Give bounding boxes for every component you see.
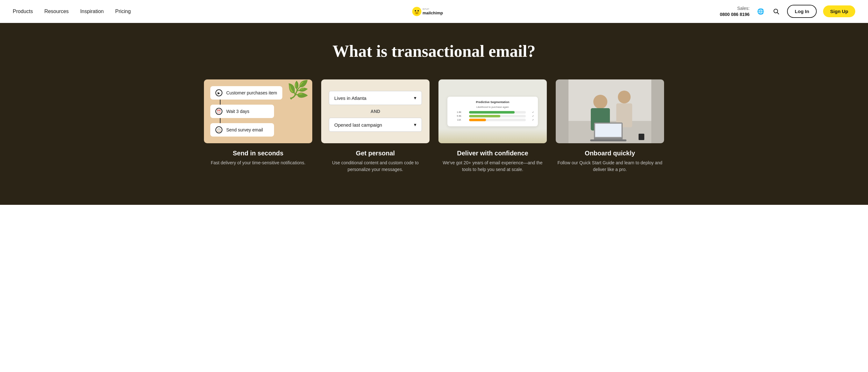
card-get-personal: Lives in Atlanta ▾ AND Opened last campa… bbox=[321, 80, 430, 173]
workflow-step-1: ▶ Customer purchases item bbox=[210, 86, 282, 99]
features-cards: 🌿 ▶ Customer purchases item ⏰ Wait 3 day… bbox=[19, 80, 849, 173]
card-onboard-desc: Follow our Quick Start Guide and learn t… bbox=[556, 160, 664, 173]
card-onboard-heading: Onboard quickly bbox=[556, 150, 664, 157]
card-personal-heading: Get personal bbox=[321, 150, 430, 157]
svg-line-7 bbox=[777, 12, 779, 14]
card-personal-desc: Use conditional content and custom code … bbox=[321, 160, 430, 173]
workflow-connector-1 bbox=[220, 99, 220, 105]
dash-title: Predictive Segmentation bbox=[451, 101, 534, 104]
clock-icon: ⏰ bbox=[215, 108, 222, 115]
workflow-step-3: 📋 Send survey email bbox=[210, 123, 274, 137]
dash-bar-fill-3 bbox=[469, 119, 486, 121]
dash-bar-label-3: 11K bbox=[451, 119, 467, 121]
hero-section: What is transactional email? 🌿 ▶ Custome… bbox=[0, 23, 868, 205]
dash-bar-track-3 bbox=[469, 119, 526, 121]
dash-bar-row-2: 5.5K ✓ bbox=[451, 115, 534, 117]
workflow-connector-2 bbox=[220, 118, 220, 123]
nav-products[interactable]: Products bbox=[13, 9, 33, 15]
dash-subtitle: Likelihood to purchase again bbox=[451, 106, 534, 109]
workflow-step-2: ⏰ Wait 3 days bbox=[210, 105, 274, 118]
dash-bar-track-1 bbox=[469, 111, 526, 114]
card-deliver-desc: We've got 20+ years of email experience—… bbox=[438, 160, 547, 173]
card-onboard-quickly: Onboard quickly Follow our Quick Start G… bbox=[556, 80, 664, 173]
svg-text:mailchimp: mailchimp bbox=[423, 10, 443, 15]
svg-point-3 bbox=[417, 10, 419, 11]
dash-bar-row-1: 1.6K ✓ bbox=[451, 111, 534, 114]
play-icon: ▶ bbox=[215, 89, 222, 96]
card-send-desc: Fast delivery of your time-sensitive not… bbox=[204, 160, 312, 166]
logo[interactable]: INTUIT mailchimp bbox=[411, 6, 457, 17]
dash-bar-label-2: 5.5K bbox=[451, 115, 467, 117]
segment-dropdown-2[interactable]: Opened last campaign ▾ bbox=[329, 118, 422, 132]
segment-dropdown-1[interactable]: Lives in Atlanta ▾ bbox=[329, 91, 422, 105]
card-people-image bbox=[556, 80, 664, 143]
svg-rect-18 bbox=[639, 134, 644, 140]
svg-point-2 bbox=[415, 10, 416, 11]
segment-and-label: AND bbox=[371, 109, 380, 114]
card-send-seconds: 🌿 ▶ Customer purchases item ⏰ Wait 3 day… bbox=[204, 80, 312, 173]
card-send-heading: Send in seconds bbox=[204, 150, 312, 157]
svg-point-10 bbox=[593, 95, 607, 109]
card-deliver-confidence: Predictive Segmentation Likelihood to pu… bbox=[438, 80, 547, 173]
dashboard-mock: Predictive Segmentation Likelihood to pu… bbox=[447, 97, 538, 126]
signup-button[interactable]: Sign Up bbox=[823, 5, 855, 17]
sales-info: Sales: 0800 086 8196 bbox=[720, 5, 749, 17]
search-icon[interactable] bbox=[772, 7, 781, 16]
dash-bar-val-2: ✓ bbox=[528, 115, 534, 117]
navbar: Products Resources Inspiration Pricing I… bbox=[0, 0, 868, 23]
svg-point-6 bbox=[774, 9, 778, 13]
nav-resources[interactable]: Resources bbox=[44, 9, 68, 15]
dash-bar-val-3: ✓ bbox=[528, 119, 534, 121]
nav-left: Products Resources Inspiration Pricing bbox=[13, 9, 131, 15]
sales-label: Sales: bbox=[720, 5, 749, 11]
globe-icon[interactable]: 🌐 bbox=[756, 7, 765, 16]
svg-rect-16 bbox=[590, 139, 626, 141]
chevron-down-icon: ▾ bbox=[414, 95, 416, 101]
svg-rect-17 bbox=[595, 124, 621, 137]
card-segments-image: Lives in Atlanta ▾ AND Opened last campa… bbox=[321, 80, 430, 143]
dash-bar-track-2 bbox=[469, 115, 526, 117]
login-button[interactable]: Log In bbox=[787, 5, 817, 18]
nav-inspiration[interactable]: Inspiration bbox=[80, 9, 104, 15]
hero-title: What is transactional email? bbox=[19, 42, 849, 60]
dash-bar-row-3: 11K ✓ bbox=[451, 119, 534, 121]
svg-text:INTUIT: INTUIT bbox=[423, 8, 429, 10]
nav-pricing[interactable]: Pricing bbox=[115, 9, 131, 15]
dash-bar-fill-2 bbox=[469, 115, 500, 117]
dash-bar-val-1: ✓ bbox=[528, 111, 534, 114]
card-dashboard-image: Predictive Segmentation Likelihood to pu… bbox=[438, 80, 547, 143]
dash-bar-label-1: 1.6K bbox=[451, 111, 467, 113]
dash-bar-fill-1 bbox=[469, 111, 515, 114]
card-workflow-image: 🌿 ▶ Customer purchases item ⏰ Wait 3 day… bbox=[204, 80, 312, 143]
sales-number: 0800 086 8196 bbox=[720, 11, 749, 17]
card-deliver-heading: Deliver with confidence bbox=[438, 150, 547, 157]
chevron-down-icon-2: ▾ bbox=[414, 122, 416, 127]
svg-point-12 bbox=[618, 91, 630, 103]
nav-right: Sales: 0800 086 8196 🌐 Log In Sign Up bbox=[720, 5, 855, 18]
survey-icon: 📋 bbox=[215, 126, 222, 133]
